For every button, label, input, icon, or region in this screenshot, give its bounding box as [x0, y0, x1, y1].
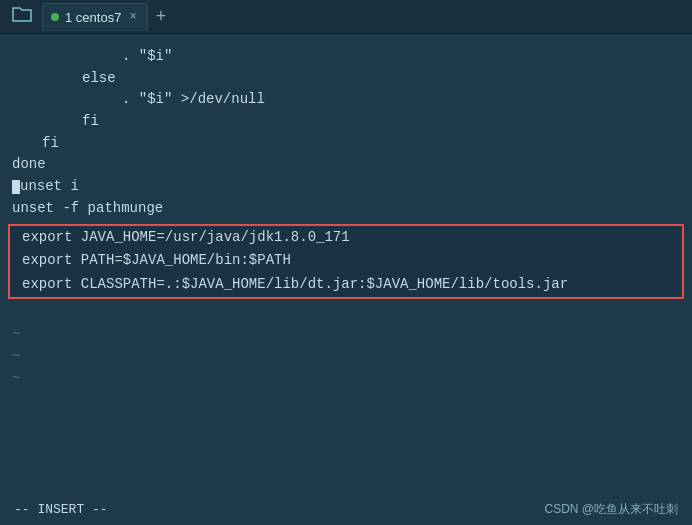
bottom-bar: -- INSERT -- CSDN @吃鱼从来不吐刺	[0, 493, 692, 525]
cursor	[12, 180, 20, 194]
code-line-3: . "$i" >/dev/null	[0, 89, 692, 111]
code-line-5: fi	[0, 133, 692, 155]
export-line-1: export JAVA_HOME=/usr/java/jdk1.8.0_171	[10, 226, 682, 250]
export-block: export JAVA_HOME=/usr/java/jdk1.8.0_171 …	[8, 224, 684, 299]
export-line-2: export PATH=$JAVA_HOME/bin:$PATH	[10, 249, 682, 273]
tilde-line-2: ~	[0, 346, 692, 368]
terminal-area: . "$i" else . "$i" >/dev/null fi fi done…	[0, 34, 692, 525]
folder-icon[interactable]	[6, 5, 38, 28]
insert-mode-label: -- INSERT --	[14, 502, 108, 517]
code-line-done: done	[0, 154, 692, 176]
tab-centos7[interactable]: 1 centos7 ×	[42, 3, 148, 31]
tab-add-button[interactable]: +	[152, 7, 171, 27]
tab-close-button[interactable]: ×	[129, 10, 136, 24]
watermark-label: CSDN @吃鱼从来不吐刺	[544, 501, 678, 518]
tab-status-dot	[51, 13, 59, 21]
code-line-unset-i: unset i	[0, 176, 692, 198]
blank-line-1	[0, 303, 692, 325]
code-line-unset-f: unset -f pathmunge	[0, 198, 692, 220]
code-content: . "$i" else . "$i" >/dev/null fi fi done…	[0, 42, 692, 393]
code-line-4: fi	[0, 111, 692, 133]
tab-label: 1 centos7	[65, 10, 121, 25]
export-line-3: export CLASSPATH=.:$JAVA_HOME/lib/dt.jar…	[10, 273, 682, 297]
code-line-1: . "$i"	[0, 46, 692, 68]
tab-bar: 1 centos7 × +	[0, 0, 692, 34]
tilde-line-3: ~	[0, 368, 692, 390]
tilde-line-1: ~	[0, 324, 692, 346]
code-line-2: else	[0, 68, 692, 90]
